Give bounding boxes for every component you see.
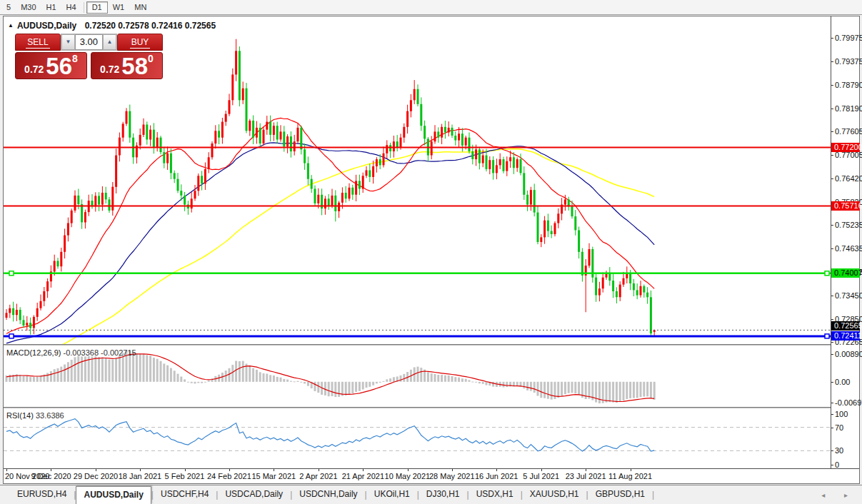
buy-price-display[interactable]: 0.72 58 0 xyxy=(91,52,163,79)
time-axis-label: 11 Aug 2021 xyxy=(608,472,652,480)
time-axis-label: 28 May 2021 xyxy=(429,472,475,480)
price-tick-label: 0.77005 xyxy=(835,151,862,159)
price-tick-label: 0.76420 xyxy=(835,175,862,183)
axis-tick xyxy=(831,382,833,383)
time-axis-tick xyxy=(96,469,96,471)
time-axis-label: 9 Dec 2020 xyxy=(31,472,71,480)
tab-usdx-h1[interactable]: USDX,H1 xyxy=(469,486,521,504)
level-price-tag: 0.77200 xyxy=(831,143,860,152)
macd-panel: MACD(12,26,9) -0.003368 -0.002715 xyxy=(4,347,831,407)
time-axis-tick xyxy=(51,469,51,471)
time-axis-tick xyxy=(408,469,409,471)
chart-window: ▲AUDUSD,Daily 0.72520 0.72578 0.72416 0.… xyxy=(3,16,860,484)
price-chart-panel[interactable]: ▲AUDUSD,Daily 0.72520 0.72578 0.72416 0.… xyxy=(4,19,831,344)
time-axis-tick xyxy=(229,469,230,471)
volume-increase-button[interactable]: ▲ xyxy=(103,34,116,50)
chart-symbol-label: AUDUSD,Daily xyxy=(17,21,76,31)
macd-axis-zero: 0.00 xyxy=(835,378,850,386)
price-tick-label: 0.73450 xyxy=(835,292,862,300)
tab-usdcad-daily[interactable]: USDCAD,Daily xyxy=(218,486,290,504)
timeframe-button-h4[interactable]: H4 xyxy=(61,1,81,14)
toolbar-separator xyxy=(84,2,84,13)
level-price-tag: 0.75716 xyxy=(831,201,860,211)
time-axis-label: 18 Jan 2021 xyxy=(119,472,162,480)
time-axis-label: 2 Apr 2021 xyxy=(299,472,337,480)
macd-axis-min: -0.00697 xyxy=(835,399,862,407)
tab-gbpusd-h1[interactable]: GBPUSD,H1 xyxy=(588,486,652,504)
tab-usdchf-h4[interactable]: USDCHF,H4 xyxy=(154,486,216,504)
price-tick-label: 0.79975 xyxy=(835,34,862,42)
time-axis: 20 Nov 20209 Dec 202029 Dec 202018 Jan 2… xyxy=(4,468,859,483)
time-axis-label: 10 May 2021 xyxy=(385,472,431,480)
time-axis-label: 15 Mar 2021 xyxy=(251,472,296,480)
sell-button[interactable]: SELL xyxy=(15,34,61,51)
axis-tick xyxy=(831,342,833,343)
timeframe-button-d1[interactable]: D1 xyxy=(86,1,108,14)
level-price-tag: 0.74007 xyxy=(831,268,860,278)
trading-terminal: 5M30H1H4D1W1MN ▲AUDUSD,Daily 0.72520 0.7… xyxy=(0,0,862,504)
axis-tick xyxy=(831,61,833,62)
price-tick-label: 0.79375 xyxy=(835,58,862,66)
price-tick-label: 0.78790 xyxy=(835,81,862,89)
time-axis-tick xyxy=(6,469,7,471)
timeframe-button-h1[interactable]: H1 xyxy=(41,1,61,14)
time-axis-label: 29 Dec 2020 xyxy=(74,472,118,480)
panel-splitter[interactable] xyxy=(4,344,859,346)
timeframe-button-w1[interactable]: W1 xyxy=(108,1,130,14)
rsi-label: RSI(14) 33.6386 xyxy=(6,411,64,420)
volume-input[interactable]: 3.00 xyxy=(75,34,103,50)
axis-tick xyxy=(831,155,833,156)
axis-tick xyxy=(831,225,833,226)
time-axis-label: 23 Jul 2021 xyxy=(566,472,606,480)
volume-stepper: ▼ 3.00 ▲ xyxy=(61,34,117,51)
sell-price-display[interactable]: 0.72 56 8 xyxy=(15,52,87,79)
volume-decrease-button[interactable]: ▼ xyxy=(61,34,75,50)
macd-label: MACD(12,26,9) -0.003368 -0.002715 xyxy=(6,348,136,357)
time-axis-tick xyxy=(140,469,141,471)
axis-tick xyxy=(831,85,833,86)
tab-scroll-arrows[interactable]: ◂ ▸ xyxy=(821,491,856,499)
axis-tick xyxy=(831,178,833,179)
time-axis-tick xyxy=(631,469,631,471)
time-axis-label: 21 Apr 2021 xyxy=(342,472,384,480)
tab-dj30-h1[interactable]: DJ30,H1 xyxy=(419,486,467,504)
price-axis: 0.799750.793750.787900.781900.776050.770… xyxy=(831,16,859,468)
rsi-chart xyxy=(4,410,831,468)
time-axis-label: 24 Feb 2021 xyxy=(207,472,251,480)
tab-ukoil-h1[interactable]: UKOil,H1 xyxy=(367,486,417,504)
buy-button[interactable]: BUY xyxy=(117,34,163,51)
time-axis-label: 5 Jul 2021 xyxy=(523,472,559,480)
rsi-axis-label: 70 xyxy=(835,424,843,432)
panel-splitter[interactable] xyxy=(4,407,859,408)
time-axis-tick xyxy=(586,469,586,471)
tab-audusd-daily[interactable]: AUDUSD,Daily xyxy=(76,486,151,504)
axis-tick xyxy=(831,450,833,451)
price-tick-label: 0.78190 xyxy=(835,105,862,113)
timeframe-button-m30[interactable]: M30 xyxy=(16,1,41,14)
timeframe-button-mn[interactable]: MN xyxy=(129,1,151,14)
axis-tick xyxy=(831,109,833,109)
time-axis-label: 5 Feb 2021 xyxy=(165,472,205,480)
chart-ohlc-values: 0.72520 0.72578 0.72416 0.72565 xyxy=(85,21,216,31)
level-price-tag: 0.72411 xyxy=(831,331,860,341)
time-axis-tick xyxy=(496,469,497,471)
chart-collapse-icon[interactable]: ▲ xyxy=(8,22,14,29)
timeframe-toolbar: 5M30H1H4D1W1MN xyxy=(0,0,862,15)
tab-separator: | xyxy=(652,490,654,504)
time-axis-tick xyxy=(274,469,274,471)
time-axis-tick xyxy=(541,469,542,471)
time-axis-tick xyxy=(319,469,319,471)
axis-tick xyxy=(831,403,833,403)
axis-tick xyxy=(831,465,833,465)
tab-eurusd-h4[interactable]: EURUSD,H4 xyxy=(10,486,74,504)
price-tick-label: 0.77605 xyxy=(835,128,862,136)
axis-tick xyxy=(831,354,833,355)
axis-tick xyxy=(831,414,833,415)
time-axis-label: 16 Jun 2021 xyxy=(475,472,518,480)
tab-usdcnh-daily[interactable]: USDCNH,Daily xyxy=(292,486,364,504)
macd-axis-max: 0.008903 xyxy=(835,351,862,358)
timeframe-button-5[interactable]: 5 xyxy=(1,1,16,14)
time-axis-tick xyxy=(185,469,186,471)
tab-xauusd-h1[interactable]: XAUUSD,H1 xyxy=(523,486,586,504)
rsi-panel: RSI(14) 33.6386 xyxy=(4,410,831,468)
